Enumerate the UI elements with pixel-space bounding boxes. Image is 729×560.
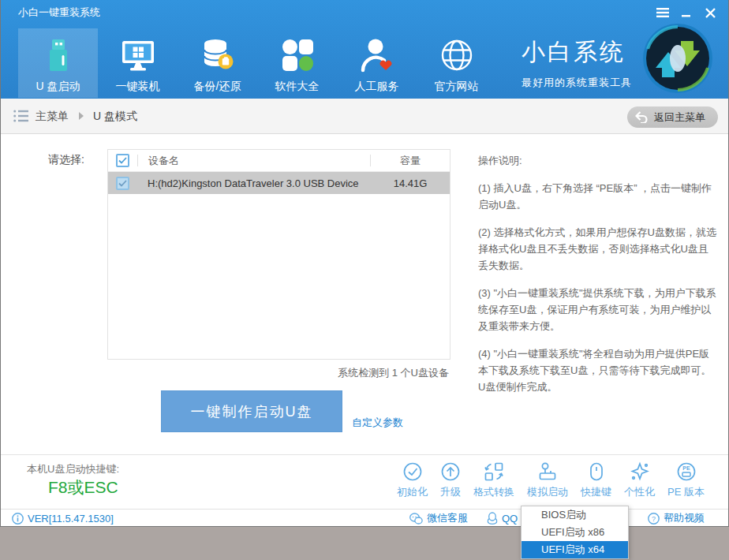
- table-header: 设备名 容量: [108, 150, 450, 172]
- breadcrumb-current: U 盘模式: [93, 99, 137, 133]
- help-label: 帮助视频: [664, 511, 705, 525]
- tool-label: 初始化: [397, 485, 428, 499]
- detect-status-text: 系统检测到 1 个U盘设备: [338, 366, 449, 380]
- breadcrumb-root[interactable]: 主菜单: [36, 99, 69, 133]
- version-text: VER[11.5.47.1530]: [28, 513, 114, 525]
- header: 小白一键重装系统: [1, 0, 728, 99]
- tool-label: 升级: [440, 485, 461, 499]
- tool-label: 格式转换: [473, 485, 514, 499]
- joystick-icon: [537, 461, 558, 482]
- tool-initialize[interactable]: 初始化: [391, 461, 434, 499]
- pe-version-icon: PE: [676, 461, 697, 482]
- nav-label: 备份/还原: [194, 80, 241, 94]
- mouse-icon: [586, 461, 607, 482]
- column-header-capacity: 容量: [371, 154, 450, 168]
- capacity-cell: 14.41G: [371, 177, 450, 189]
- back-button-label: 返回主菜单: [654, 110, 705, 125]
- tool-label: PE 版本: [667, 485, 705, 499]
- nav-item-support[interactable]: 人工服务: [337, 28, 417, 98]
- clover-apps-icon: [279, 36, 316, 74]
- info-icon: [12, 513, 24, 525]
- instructions-title: 操作说明:: [478, 152, 717, 169]
- main-content: 请选择: 设备名 容量: [1, 134, 728, 455]
- table-row[interactable]: H:(hd2)Kingston DataTraveler 3.0 USB Dev…: [108, 172, 450, 194]
- breadcrumb: 主菜单 U 盘模式 返回主菜单: [1, 99, 728, 134]
- globe-icon: [438, 36, 476, 74]
- title-bar: 小白一键重装系统: [1, 0, 728, 25]
- make-boot-usb-button[interactable]: 一键制作启动U盘: [161, 390, 342, 432]
- question-icon: ?: [648, 513, 660, 525]
- qq-label: QQ: [502, 513, 518, 525]
- menu-icon[interactable]: [651, 3, 675, 22]
- tool-label: 个性化: [624, 485, 655, 499]
- nav-item-backup-restore[interactable]: 备份/还原: [178, 28, 257, 98]
- database-icon: [199, 36, 237, 74]
- breadcrumb-arrow-icon: [79, 112, 84, 120]
- application: 小白一键重装系统: [0, 0, 729, 560]
- footer-toolbar: 本机U盘启动快捷键: F8或ESC 初始化 升级: [1, 455, 728, 509]
- nav-item-software[interactable]: 软件大全: [257, 28, 337, 98]
- tool-personalize[interactable]: 个性化: [618, 461, 661, 499]
- hotkey-label: 本机U盘启动快捷键:: [27, 462, 119, 476]
- convert-icon: [484, 461, 504, 482]
- tool-label: 快捷键: [581, 485, 611, 499]
- nav-item-one-key-install[interactable]: 一键装机: [98, 28, 178, 98]
- qq-support-link[interactable]: QQ: [487, 510, 518, 527]
- wechat-icon: [409, 513, 423, 525]
- row-checkbox[interactable]: [116, 177, 129, 190]
- window-title: 小白一键重装系统: [18, 0, 100, 25]
- svg-text:PE: PE: [682, 465, 690, 471]
- brand-tagline: 最好用的系统重装工具: [522, 76, 632, 90]
- wechat-label: 微信客服: [427, 511, 468, 525]
- brand-logo-icon: [641, 22, 714, 95]
- nav-item-website[interactable]: 官方网站: [417, 28, 496, 98]
- help-video-link[interactable]: ? 帮助视频: [648, 510, 705, 527]
- qq-penguin-icon: [487, 512, 498, 525]
- brand-block: 小白系统 最好用的系统重装工具: [522, 36, 632, 90]
- hotkey-value: F8或ESC: [48, 476, 118, 498]
- nav-label: 官方网站: [435, 80, 479, 94]
- upgrade-arrow-icon: [440, 461, 461, 482]
- main-nav: U 盘启动 一键装机: [18, 28, 496, 98]
- instruction-step: (1) 插入U盘，右下角选择 “PE版本” ，点击一键制作启动U盘。: [478, 180, 717, 213]
- instruction-step: (2) 选择格式化方式，如果用户想保存U盘数据，就选择格式化U盘且不丢失数据，否…: [478, 224, 717, 274]
- custom-params-link[interactable]: 自定义参数: [352, 416, 403, 430]
- popup-item-bios[interactable]: BIOS启动: [522, 506, 628, 524]
- check-circle-icon: [402, 461, 423, 482]
- list-icon: [13, 110, 28, 125]
- device-table: 设备名 容量 H:(hd2)Kingston DataTraveler 3.0 …: [107, 149, 450, 360]
- tool-hotkey[interactable]: 快捷键: [574, 461, 618, 499]
- instructions-panel: 操作说明: (1) 插入U盘，右下角选择 “PE版本” ，点击一键制作启动U盘。…: [478, 152, 717, 406]
- tool-label: 模拟启动: [527, 485, 568, 499]
- brand-name: 小白系统: [522, 36, 632, 69]
- wechat-support-link[interactable]: 微信客服: [409, 510, 468, 527]
- tool-simulate-boot[interactable]: 模拟启动: [521, 461, 574, 499]
- instruction-step: (3) "小白一键重装系统"提供系统下载，为用户下载系统保存至U盘，保证用户有系…: [478, 285, 717, 334]
- tool-upgrade[interactable]: 升级: [434, 461, 467, 499]
- usb-drive-icon: [39, 36, 77, 74]
- monitor-icon: [119, 36, 157, 74]
- boot-mode-popup-menu: BIOS启动 UEFI启动 x86 UEFI启动 x64: [521, 506, 629, 559]
- select-label: 请选择:: [48, 153, 84, 167]
- tool-pe-version[interactable]: PE PE 版本: [661, 461, 711, 499]
- popup-item-uefi-x64[interactable]: UEFI启动 x64: [522, 541, 628, 558]
- undo-arrow-icon: [635, 111, 649, 123]
- device-name-cell: H:(hd2)Kingston DataTraveler 3.0 USB Dev…: [137, 177, 371, 189]
- nav-label: 人工服务: [355, 80, 399, 94]
- sparkle-star-icon: [630, 461, 650, 482]
- nav-label: U 盘启动: [36, 80, 80, 94]
- close-button[interactable]: [698, 3, 722, 22]
- app-window: 小白一键重装系统: [0, 0, 729, 527]
- version-info: VER[11.5.47.1530]: [12, 510, 114, 527]
- column-header-device: 设备名: [138, 154, 370, 168]
- tool-format-convert[interactable]: 格式转换: [467, 461, 521, 499]
- instruction-step: (4) "小白一键重装系统"将全程自动为用户提供PE版本下载及系统下载至U盘，只…: [478, 345, 717, 395]
- popup-item-uefi-x86[interactable]: UEFI启动 x86: [522, 524, 628, 541]
- person-heart-icon: [358, 36, 396, 74]
- minimize-button[interactable]: [675, 3, 698, 22]
- select-all-checkbox[interactable]: [116, 154, 129, 167]
- nav-item-usb-boot[interactable]: U 盘启动: [18, 28, 98, 98]
- nav-label: 软件大全: [275, 80, 320, 94]
- back-to-main-menu-button[interactable]: 返回主菜单: [627, 106, 718, 128]
- nav-label: 一键装机: [116, 80, 160, 94]
